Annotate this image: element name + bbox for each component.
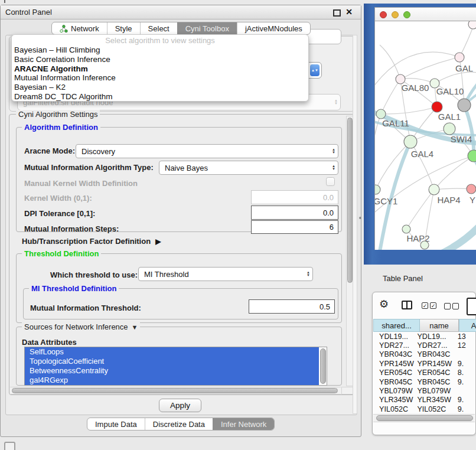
attribute-item[interactable]: SelfLoops [25, 347, 319, 357]
data-attributes-label: Data Attributes [22, 338, 77, 347]
network-node[interactable] [458, 99, 471, 112]
mi-type-label: Mutual Information Algorithm Type: [24, 163, 154, 172]
table-row[interactable]: YPR145WYPR145W9. [373, 359, 476, 368]
table-row[interactable]: YDR27...YDR27...12 [373, 341, 476, 350]
tab-select[interactable]: Select [140, 22, 177, 34]
column-header-label: name [429, 321, 449, 330]
settings-hscrollbar-thumb[interactable] [12, 388, 338, 393]
network-icon [60, 25, 68, 32]
network-node-gal1[interactable] [432, 102, 442, 112]
attribute-listbox: SelfLoopsTopologicalCoefficientBetweenne… [24, 347, 327, 386]
attribute-item[interactable]: BetweennessCentrality [25, 366, 319, 376]
which-threshold-combo[interactable]: MI Threshold [138, 267, 313, 281]
aracne-mode-combo[interactable]: Discovery [76, 144, 338, 158]
network-node-gcy1[interactable] [375, 185, 380, 194]
column-manager-icon[interactable] [402, 301, 412, 309]
network-node-label: SWI4 [451, 134, 472, 144]
tab-discretize-data[interactable]: Discretize Data [145, 418, 213, 430]
network-window-titlebar[interactable] [374, 7, 476, 21]
network-node[interactable] [468, 150, 476, 162]
table-cell: YBR043C [373, 350, 417, 358]
column-header-name[interactable]: name [420, 319, 459, 332]
network-node-label: Y [470, 195, 475, 205]
manual-kernel-checkbox[interactable] [326, 177, 335, 186]
settings-vscrollbar-thumb[interactable] [347, 118, 353, 283]
algorithm-option[interactable]: ARACNE Algorithm [12, 64, 308, 74]
table-cell: YIL052C [417, 405, 455, 413]
popup-prompt: Select algorithm to view settings [12, 36, 308, 45]
table-row[interactable]: YIL052CYIL052C9. [373, 405, 476, 413]
algorithm-option[interactable]: Bayesian – Hill Climbing [12, 45, 308, 55]
manual-kernel-label: Manual Kernel Width Definition [24, 179, 138, 188]
network-node-hap2[interactable] [402, 225, 410, 233]
tab-cyni-toolbox[interactable]: Cyni Toolbox [177, 22, 237, 34]
aracne-mode-value: Discovery [81, 147, 115, 156]
algorithm-option[interactable]: Dream8 DC_TDC Algorithm [12, 92, 308, 102]
mi-threshold-group-title: MI Threshold Definition [29, 284, 119, 293]
table-row[interactable]: YLR345WYLR345W9. [373, 396, 476, 405]
attribute-item[interactable]: gal4RGexp [25, 376, 319, 385]
splitter-handle[interactable] [359, 217, 361, 219]
network-node-gal4[interactable] [404, 135, 417, 148]
close-panel-icon[interactable] [345, 7, 353, 17]
tab-style[interactable]: Style [107, 22, 140, 34]
algorithm-option[interactable]: Mutual Information Inference [12, 73, 308, 83]
tab-infer-network[interactable]: Infer Network [213, 418, 274, 430]
mi-threshold-field[interactable]: 0.5 [249, 299, 335, 314]
panel-title: Control Panel [5, 8, 52, 17]
apply-button[interactable]: Apply [159, 399, 201, 412]
network-node-gal[interactable] [455, 53, 464, 62]
attribute-item[interactable]: TopologicalCoefficient [25, 357, 319, 366]
tab-network[interactable]: Network [52, 22, 107, 34]
stepper-icon [332, 165, 335, 171]
settings-group-title: Cyni Algorithm Settings [16, 110, 100, 119]
column-header-shared-name[interactable]: shared... [373, 319, 420, 332]
network-node-y[interactable] [467, 184, 476, 194]
float-panel-icon[interactable] [333, 9, 341, 17]
table-cell: YLR345W [373, 396, 417, 404]
sources-group-toggle[interactable]: Sources for Network Inference [22, 322, 140, 331]
sources-group-title: Sources for Network Inference [24, 322, 128, 331]
table-cell: 12 [455, 341, 476, 350]
bottom-tabs: Impute DataDiscretize DataInfer Network [87, 418, 275, 431]
attribute-list-scrollbar-thumb[interactable] [320, 348, 326, 384]
kernel-width-field[interactable]: 0.0 [251, 190, 338, 204]
control-panel-scrollbar[interactable] [353, 35, 357, 414]
unselect-all-columns-icon[interactable] [444, 303, 459, 309]
minimize-window-icon[interactable] [392, 11, 399, 18]
table-row[interactable]: YBR043CYBR043C [373, 350, 476, 359]
table-hscrollbar-thumb[interactable] [376, 415, 473, 421]
dpi-tolerance-field[interactable]: 0.0 [251, 206, 338, 220]
stepper-icon [334, 99, 338, 105]
docked-panel-icon[interactable] [4, 442, 15, 450]
network-node-swi4[interactable] [444, 123, 455, 135]
table-cell: YDR27... [373, 341, 417, 350]
algorithm-option[interactable]: Bayesian – K2 [12, 83, 308, 92]
zoom-window-icon[interactable] [403, 11, 410, 18]
mi-type-combo[interactable]: Naive Bayes [159, 161, 338, 175]
algorithm-option[interactable]: Basic Correlation Inference [12, 55, 308, 64]
table-row[interactable]: YER054CYER054C8. [373, 369, 476, 377]
close-window-icon[interactable] [380, 11, 387, 18]
algorithm-popup-list: Bayesian – Hill ClimbingBasic Correlatio… [12, 45, 308, 102]
hub-definition-toggle[interactable]: Hub/Transcription Factor Definition [22, 237, 161, 246]
network-node[interactable] [468, 21, 476, 29]
column-header-clipped[interactable]: A [459, 319, 476, 332]
mi-steps-field[interactable]: 6 [251, 220, 338, 234]
network-canvas[interactable]: GALGAL80GAL10GAL1GAL11SWI4GAL4GCY1HAP4YH… [374, 21, 476, 250]
table-row[interactable]: YBR045CYBR045C9. [373, 377, 476, 386]
network-node-gal11[interactable] [376, 109, 386, 119]
mi-steps-value: 6 [330, 223, 334, 231]
gear-icon[interactable] [379, 298, 389, 311]
table-row[interactable]: YBL079WYBL079W [373, 386, 476, 395]
select-all-columns-icon[interactable] [422, 302, 436, 309]
tab-impute-data[interactable]: Impute Data [87, 418, 145, 430]
network-node-hap4[interactable] [429, 184, 439, 195]
tab-jactivemnodules[interactable]: jActiveMNodules [237, 22, 310, 34]
table-cell: 9. [455, 396, 476, 404]
stepper-icon [332, 148, 335, 154]
dpi-tolerance-value: 0.0 [323, 208, 334, 217]
network-node[interactable] [420, 241, 429, 249]
export-table-icon[interactable] [467, 298, 476, 315]
table-row[interactable]: YDL19...YDL19...13 [373, 332, 476, 341]
